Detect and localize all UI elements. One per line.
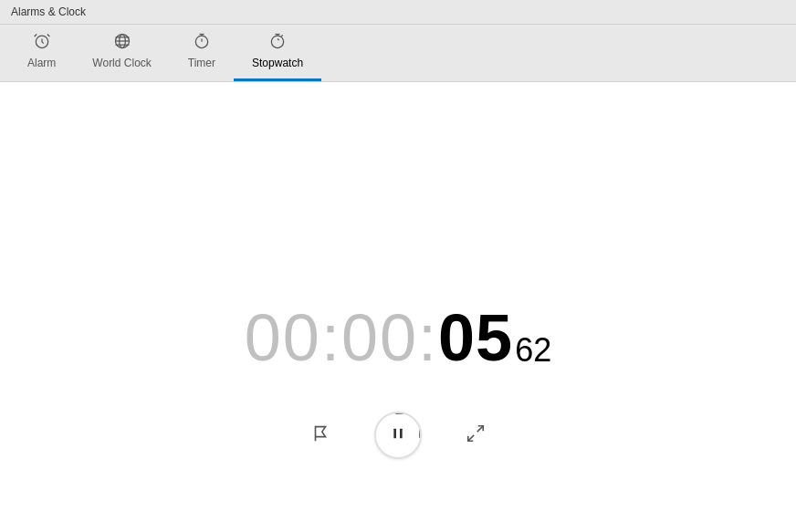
tab-alarm-label: Alarm (27, 57, 56, 69)
worldclock-icon (113, 32, 131, 53)
colon-1: : (321, 300, 341, 375)
controls (303, 412, 493, 459)
tab-worldclock[interactable]: World Clock (74, 25, 169, 81)
pause-icon (391, 426, 405, 445)
stopwatch-icon (268, 32, 287, 53)
main-content: 00 : 00 : 05 62 (0, 82, 796, 532)
pause-button[interactable] (374, 412, 422, 459)
stopwatch-minutes: 00 (341, 300, 418, 375)
flag-button[interactable] (303, 416, 338, 455)
expand-icon (466, 423, 486, 448)
svg-rect-17 (400, 428, 403, 438)
tab-timer-label: Timer (188, 57, 215, 69)
stopwatch-seconds: 05 (438, 300, 513, 375)
svg-line-13 (278, 39, 279, 41)
alarm-icon (33, 32, 51, 53)
svg-point-6 (195, 36, 207, 47)
titlebar: Alarms & Clock (0, 0, 796, 25)
timer-icon (193, 32, 211, 53)
svg-line-19 (468, 434, 474, 440)
tab-worldclock-label: World Clock (92, 57, 151, 69)
tab-stopwatch[interactable]: Stopwatch (234, 25, 321, 81)
svg-point-10 (271, 36, 283, 47)
expand-button[interactable] (458, 416, 493, 455)
svg-rect-16 (393, 428, 396, 438)
svg-line-18 (477, 425, 483, 431)
stopwatch-hours: 00 (245, 300, 321, 375)
stopwatch-display: 00 : 00 : 05 62 (245, 300, 551, 375)
svg-line-14 (281, 35, 283, 37)
tab-bar: Alarm World Clock Timer (0, 25, 796, 82)
stopwatch-milliseconds: 62 (515, 331, 551, 375)
flag-icon (310, 423, 330, 448)
tab-alarm[interactable]: Alarm (9, 25, 74, 81)
tab-timer[interactable]: Timer (170, 25, 234, 81)
app-title: Alarms & Clock (11, 5, 86, 18)
tab-stopwatch-label: Stopwatch (252, 57, 303, 69)
colon-2: : (418, 300, 438, 375)
